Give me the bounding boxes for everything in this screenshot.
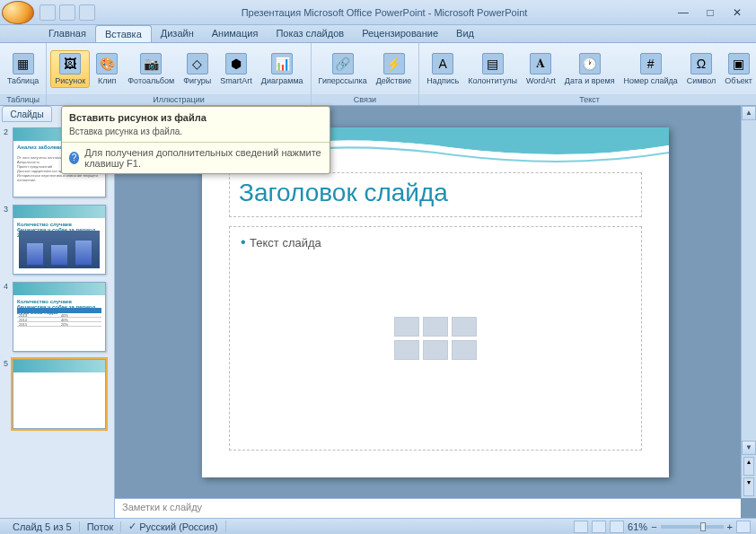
redo-icon[interactable] (79, 4, 95, 21)
tab-view[interactable]: Вид (447, 25, 483, 42)
slide-body-placeholder[interactable]: Текст слайда (229, 226, 642, 451)
thumb-wrap[interactable]: 3 Количество случаев бешенства у собак з… (0, 201, 114, 278)
insert-table-icon[interactable] (394, 317, 419, 337)
notes-pane[interactable]: Заметки к слайду (115, 498, 741, 518)
zoom-out-button[interactable]: − (651, 521, 656, 532)
hyperlink-button[interactable]: 🔗Гиперссылка (315, 51, 371, 87)
insert-media-icon[interactable] (452, 340, 477, 360)
tooltip-desc: Вставка рисунка из файла. (62, 125, 330, 142)
insert-chart-icon[interactable] (423, 317, 448, 337)
thumb-chart (19, 231, 100, 268)
group-label: Текст (419, 94, 756, 105)
office-button[interactable] (2, 1, 34, 24)
title-bar: Презентация Microsoft Office PowerPoint … (0, 0, 756, 25)
language-indicator[interactable]: ✓Русский (Россия) (121, 521, 225, 532)
textbox-button[interactable]: AНадпись (423, 51, 462, 87)
slide-thumbnail[interactable]: Количество случаев бешенства у собак за … (13, 205, 106, 275)
shapes-button[interactable]: ◇Фигуры (180, 51, 215, 87)
normal-view-button[interactable] (574, 521, 588, 533)
maximize-button[interactable]: □ (700, 5, 720, 20)
headerfooter-icon: ▤ (482, 53, 504, 74)
chart-button[interactable]: 📊Диаграмма (258, 51, 307, 87)
ribbon-tabs: Главная Вставка Дизайн Анимация Показ сл… (0, 25, 756, 43)
slide-title-placeholder[interactable]: Заголовок слайда (229, 172, 642, 217)
tab-slideshow[interactable]: Показ слайдов (267, 25, 353, 42)
wordart-icon: 𝐀 (530, 53, 551, 74)
window-title: Презентация Microsoft Office PowerPoint … (95, 7, 673, 18)
slide-thumbnail[interactable] (13, 359, 106, 429)
insert-picture-icon[interactable] (394, 340, 419, 360)
thumb-header (13, 283, 105, 297)
shapes-icon: ◇ (187, 53, 208, 74)
thumb-wrap[interactable]: 5 (0, 355, 114, 433)
zoom-in-button[interactable]: + (727, 521, 733, 532)
textbox-icon: A (432, 53, 453, 74)
table-button[interactable]: ▦Таблица (4, 51, 42, 87)
close-button[interactable]: ✕ (727, 5, 747, 20)
zoom-value[interactable]: 61% (628, 521, 647, 532)
slide-thumbnail[interactable]: Количество случаев бешенства у собак за … (13, 282, 106, 352)
object-button[interactable]: ▣Объект (721, 51, 756, 87)
minimize-button[interactable]: — (673, 5, 693, 20)
content-placeholder-icons[interactable] (394, 317, 477, 360)
save-icon[interactable] (40, 4, 56, 21)
thumb-number: 2 (4, 127, 13, 197)
photoalbum-button[interactable]: 📷Фотоальбом (124, 51, 178, 87)
symbol-button[interactable]: ΩСимвол (683, 51, 719, 87)
tooltip-help-text: Для получения дополнительных сведений на… (84, 147, 322, 169)
tab-design[interactable]: Дизайн (152, 25, 203, 42)
chart-bar (27, 243, 43, 265)
slideshow-view-button[interactable] (610, 521, 624, 533)
slidenumber-button[interactable]: #Номер слайда (620, 51, 681, 87)
table-icon: ▦ (13, 53, 34, 74)
action-icon: ⚡ (383, 53, 405, 74)
theme-name[interactable]: Поток (80, 521, 122, 532)
symbol-icon: Ω (690, 53, 712, 74)
quick-access-toolbar (40, 4, 95, 21)
chart-icon: 📊 (271, 53, 293, 74)
group-text: AНадпись ▤Колонтитулы 𝐀WordArt 🕐Дата и в… (419, 43, 756, 105)
wordart-button[interactable]: 𝐀WordArt (523, 51, 559, 87)
spellcheck-icon: ✓ (128, 521, 136, 532)
headerfooter-button[interactable]: ▤Колонтитулы (464, 51, 521, 87)
scroll-up-button[interactable]: ▲ (742, 106, 756, 120)
scroll-down-button[interactable]: ▼ (742, 441, 756, 455)
slides-tab-header[interactable]: Слайды (2, 106, 52, 122)
thumb-header (13, 206, 105, 220)
zoom-thumb[interactable] (700, 522, 706, 531)
clipart-button[interactable]: 🎨Клип (92, 51, 122, 87)
insert-clipart-icon[interactable] (423, 340, 448, 360)
tooltip: Вставить рисунок из файла Вставка рисунк… (61, 106, 330, 174)
fit-window-button[interactable] (736, 521, 751, 533)
sorter-view-button[interactable] (592, 521, 606, 533)
thumb-number: 5 (4, 359, 13, 429)
vertical-scrollbar[interactable]: ▲ ▼ ▴ ▾ (741, 106, 756, 498)
slide-count[interactable]: Слайд 5 из 5 (5, 521, 80, 532)
prev-slide-button[interactable]: ▴ (743, 457, 754, 476)
undo-icon[interactable] (59, 4, 75, 21)
group-label: Иллюстрации (47, 94, 310, 105)
scroll-track[interactable] (742, 120, 756, 441)
insert-smartart-icon[interactable] (452, 317, 477, 337)
status-bar: Слайд 5 из 5 Поток ✓Русский (Россия) 61%… (0, 518, 756, 534)
smartart-button[interactable]: ⬢SmartArt (216, 51, 256, 87)
zoom-slider[interactable] (661, 525, 724, 529)
picture-button[interactable]: 🖼Рисунок (50, 50, 90, 88)
next-slide-button[interactable]: ▾ (743, 477, 754, 496)
action-button[interactable]: ⚡Действие (373, 51, 416, 87)
tab-animation[interactable]: Анимация (203, 25, 268, 42)
smartart-icon: ⬢ (225, 53, 247, 74)
chart-bar (75, 241, 92, 265)
tab-home[interactable]: Главная (40, 25, 95, 42)
status-right: 61% − + (574, 521, 751, 533)
tab-review[interactable]: Рецензирование (353, 25, 447, 42)
clipart-icon: 🎨 (96, 53, 118, 74)
datetime-button[interactable]: 🕐Дата и время (561, 51, 619, 87)
photoalbum-icon: 📷 (140, 53, 162, 74)
tooltip-help: ? Для получения дополнительных сведений … (62, 142, 330, 173)
slide-canvas[interactable]: Заголовок слайда Текст слайда (202, 127, 669, 477)
thumb-header (13, 360, 105, 374)
thumb-wrap[interactable]: 4 Количество случаев бешенства у собак з… (0, 278, 114, 355)
group-links: 🔗Гиперссылка ⚡Действие Связи (312, 43, 420, 105)
tab-insert[interactable]: Вставка (95, 25, 152, 42)
